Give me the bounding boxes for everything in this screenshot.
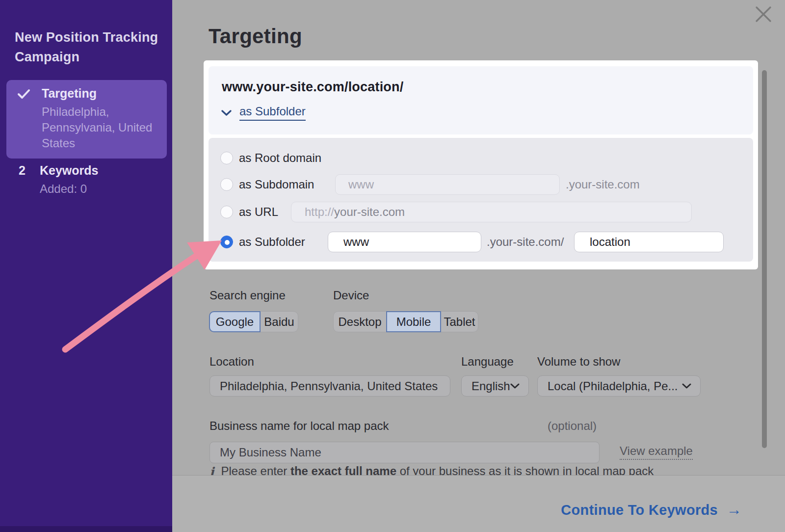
domain-preview-text: www.your-site.com/location/	[222, 80, 403, 95]
radio-url[interactable]	[220, 206, 233, 218]
scope-options-panel: as Root domain as Subdomain .your-site.c…	[209, 138, 753, 262]
radio-url-label: as URL	[239, 205, 278, 219]
location-label: Location	[209, 355, 254, 369]
radio-dot	[225, 240, 230, 245]
search-engine-segmented-control: Google Baidu	[209, 311, 298, 332]
volume-to-show-select[interactable]: Local (Philadelphia, Pe...	[537, 375, 701, 397]
business-name-input[interactable]	[209, 442, 600, 463]
close-button[interactable]	[753, 3, 775, 26]
segment-mobile[interactable]: Mobile	[386, 311, 441, 332]
language-label: Language	[461, 355, 514, 369]
subdomain-input	[335, 174, 560, 195]
scrollbar-thumb[interactable]	[762, 70, 767, 448]
step-keywords-number: 2	[19, 163, 26, 178]
wizard-title: New Position Tracking Campaign	[15, 27, 166, 67]
close-icon	[753, 3, 775, 26]
segment-desktop[interactable]: Desktop	[333, 311, 387, 332]
subfolder-separator: .your-site.com/	[487, 235, 564, 249]
chevron-down-icon	[682, 383, 691, 389]
subdomain-suffix: .your-site.com	[566, 178, 640, 191]
radio-subdomain[interactable]	[220, 178, 233, 191]
sidebar-step-targeting[interactable]: Targeting Philadelphia, Pennsylvania, Un…	[6, 80, 167, 159]
segment-tablet[interactable]: Tablet	[441, 311, 478, 332]
url-input: http://your-site.com	[291, 202, 692, 222]
location-input[interactable]	[209, 375, 450, 397]
arrow-right-icon: →	[727, 501, 742, 519]
search-engine-label: Search engine	[209, 289, 286, 302]
chevron-down-icon	[221, 109, 232, 116]
targeting-mode-toggle[interactable]: as Subfolder	[221, 105, 306, 121]
language-value: English	[471, 379, 510, 393]
radio-subfolder-label: as Subfolder	[239, 235, 305, 249]
domain-targeting-card: www.your-site.com/location/ as Subfolder…	[204, 60, 758, 269]
radio-subfolder[interactable]	[220, 236, 233, 248]
new-position-tracking-modal: New Position Tracking Campaign Targeting…	[0, 0, 785, 532]
radio-root-domain-label: as Root domain	[239, 151, 321, 165]
language-select[interactable]: English	[461, 375, 529, 397]
continue-label: Continue To Keywords	[561, 502, 718, 518]
step-keywords-description: Added: 0	[40, 182, 87, 196]
url-placeholder-scheme: http://	[305, 205, 334, 219]
business-name-label: Business name for local map pack	[209, 419, 389, 433]
campaign-wizard-sidebar: New Position Tracking Campaign Targeting…	[0, 0, 172, 532]
continue-to-keywords-button[interactable]: Continue To Keywords →	[561, 501, 742, 519]
mode-toggle-label[interactable]: as Subfolder	[239, 105, 306, 121]
segment-google[interactable]: Google	[209, 311, 261, 332]
radio-root-domain[interactable]	[220, 152, 233, 164]
step-targeting-description: Philadelphia, Pennsylvania, United State…	[42, 104, 163, 151]
step-keywords-label: Keywords	[40, 163, 98, 178]
url-placeholder-host: your-site.com	[334, 205, 405, 219]
step-targeting-label: Targeting	[42, 86, 97, 101]
segment-baidu[interactable]: Baidu	[260, 311, 298, 332]
volume-to-show-value: Local (Philadelphia, Pe...	[548, 379, 678, 393]
domain-preview-panel: www.your-site.com/location/ as Subfolder	[209, 66, 753, 134]
device-label: Device	[333, 289, 369, 302]
view-example-link[interactable]: View example	[620, 444, 693, 460]
subfolder-folder-input[interactable]	[574, 232, 724, 252]
modal-footer: Continue To Keywords →	[172, 475, 785, 532]
page-title: Targeting	[209, 25, 302, 48]
chevron-down-icon	[510, 383, 520, 389]
device-segmented-control: Desktop Mobile Tablet	[333, 311, 478, 332]
radio-subdomain-label: as Subdomain	[239, 178, 314, 191]
volume-to-show-label: Volume to show	[537, 355, 620, 369]
check-icon	[17, 88, 30, 100]
optional-hint: (optional)	[548, 419, 597, 433]
subfolder-subdomain-input[interactable]	[328, 232, 481, 252]
